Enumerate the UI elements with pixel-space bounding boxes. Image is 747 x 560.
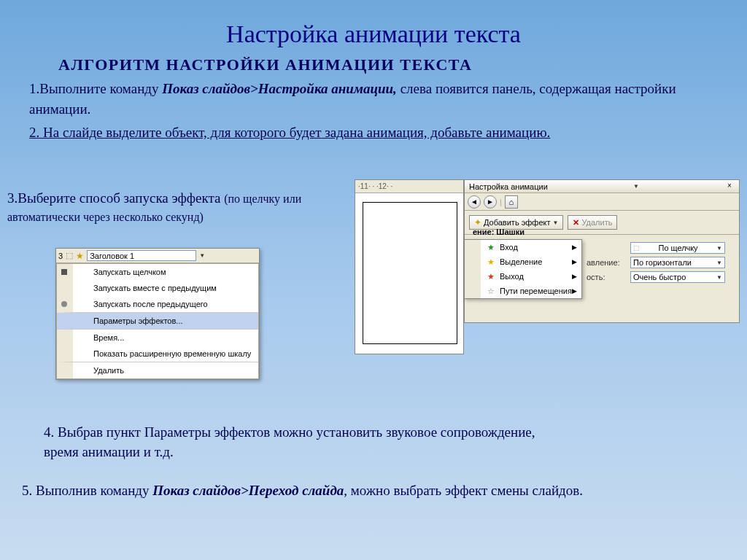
effect-exit[interactable]: ★ Выход ▶: [465, 269, 581, 284]
effect-entrance[interactable]: ★ Вход ▶: [465, 240, 581, 254]
menu-label: Запускать вместе с предыдущим: [93, 284, 217, 292]
nav-back-button[interactable]: ◄: [468, 195, 481, 209]
menu-timing[interactable]: Время...: [57, 330, 258, 346]
chevron-down-icon[interactable]: ▼: [199, 252, 205, 259]
menu-start-with-previous[interactable]: Запускать вместе с предыдущим: [57, 280, 258, 296]
menu-label: Запускать после предыдущего: [93, 300, 208, 308]
field-label: авление:: [587, 258, 630, 267]
star-icon: ☆: [487, 287, 495, 295]
chevron-right-icon: ▶: [572, 244, 577, 251]
mouse-icon: [61, 269, 67, 275]
menu-delete[interactable]: Удалить: [57, 362, 258, 378]
menu-label: Параметры эффектов...: [93, 316, 183, 325]
effect-label: Вход: [500, 243, 518, 252]
menu-effect-options[interactable]: Параметры эффектов...: [57, 313, 258, 330]
star-icon: ★: [76, 251, 84, 261]
step3-line1: 3.Выберите способ запуска эффекта: [7, 190, 224, 206]
chevron-down-icon: ▼: [716, 245, 722, 252]
slide-title: Настройка анимации текста: [0, 0, 747, 48]
modification-label: ение: Шашки: [468, 225, 738, 238]
step5-suffix: , можно выбрать эффект смены слайдов.: [344, 483, 583, 498]
effect-type-popup: ★ Вход ▶ ★ Выделение ▶ ★ Выход ▶ ☆ Пути …: [464, 239, 582, 299]
field-value: По щелчку: [658, 244, 697, 252]
modification-text: ение: Шашки: [473, 228, 525, 236]
effect-motion-paths[interactable]: ☆ Пути перемещения ▶: [465, 284, 581, 298]
slide-preview-area: ·11· · ·12· ·: [355, 179, 464, 354]
field-speed: ость: Очень быстро ▼: [587, 271, 735, 283]
speed-dropdown[interactable]: Очень быстро ▼: [630, 271, 725, 283]
clock-icon: [61, 301, 67, 307]
menu-show-advanced-timeline[interactable]: Показать расширенную временную шкалу: [57, 346, 258, 362]
step5: 5. Выполнив команду Показ слайдов>Перехо…: [22, 481, 642, 501]
step3: 3.Выберите способ запуска эффекта (по ще…: [7, 190, 350, 225]
pane-title-label: Настройка анимации: [469, 182, 548, 191]
menu-label: Показать расширенную временную шкалу: [93, 349, 251, 358]
step2: 2. На слайде выделите объект, для которо…: [0, 119, 747, 141]
effect-emphasis[interactable]: ★ Выделение ▶: [465, 254, 581, 269]
effect-label: Выход: [500, 272, 524, 281]
effect-label: Пути перемещения: [500, 287, 572, 295]
subtitle: АЛГОРИТМ НАСТРОЙКИ АНИМАЦИИ ТЕКСТА: [0, 48, 747, 74]
star-icon: ★: [487, 257, 495, 266]
ruler: ·11· · ·12· ·: [355, 180, 463, 193]
step5-prefix: 5. Выполнив команду: [22, 483, 152, 498]
step4: 4. Выбрав пункт Параметры эффектов можно…: [44, 423, 569, 462]
start-dropdown[interactable]: ⬚ По щелчку ▼: [630, 242, 725, 254]
field-label: ость:: [587, 273, 630, 281]
menu-label: Удалить: [93, 366, 124, 375]
field-value: Очень быстро: [633, 273, 686, 281]
mouse-icon: ⬚: [633, 244, 640, 252]
animation-pane: ·11· · ·12· · Настройка анимации ▼ × ◄ ►…: [355, 179, 741, 354]
step1-prefix: 1.Выполните команду: [29, 81, 162, 96]
slide-thumbnail: [363, 202, 457, 344]
step1: 1.Выполните команду Показ слайдов>Настро…: [0, 74, 747, 119]
effect-name-input[interactable]: [87, 250, 196, 261]
timing-header-row: 3 ⬚ ★ ▼: [56, 249, 259, 263]
close-icon[interactable]: ×: [724, 182, 735, 192]
chevron-right-icon: ▶: [572, 258, 577, 265]
nav-forward-button[interactable]: ►: [484, 195, 497, 209]
mouse-icon: ⬚: [66, 251, 73, 260]
chevron-right-icon: ▶: [572, 273, 577, 280]
direction-dropdown[interactable]: По горизонтали ▼: [630, 257, 725, 268]
step5-bold: Показ слайдов>Переход слайда: [152, 483, 344, 498]
field-direction: авление: По горизонтали ▼: [587, 257, 735, 268]
menu-start-after-previous[interactable]: Запускать после предыдущего: [57, 296, 258, 313]
field-start: ⬚ По щелчку ▼: [587, 242, 735, 254]
timing-menu-panel: 3 ⬚ ★ ▼ Запускать щелчком Запускать вмес…: [55, 248, 260, 380]
chevron-down-icon: ▼: [716, 260, 722, 266]
star-icon: ★: [487, 243, 495, 252]
star-icon: ★: [487, 272, 495, 281]
field-value: По горизонтали: [633, 258, 692, 267]
effect-properties: ⬚ По щелчку ▼ авление: По горизонтали ▼ …: [582, 239, 740, 289]
menu-label: Время...: [93, 333, 124, 342]
pane-titlebar: Настройка анимации ▼ ×: [465, 180, 739, 193]
item-number: 3: [58, 252, 63, 260]
nav-home-button[interactable]: ⌂: [505, 195, 518, 209]
step1-bold: Показ слайдов>Настройка анимации,: [162, 81, 397, 96]
chevron-down-icon: ▼: [716, 274, 722, 281]
menu-label: Запускать щелчком: [93, 268, 166, 276]
menu-start-onclick[interactable]: Запускать щелчком: [57, 264, 258, 280]
timing-menu: Запускать щелчком Запускать вместе с пре…: [56, 263, 259, 379]
chevron-right-icon: ▶: [572, 287, 577, 295]
pane-nav: ◄ ► | ⌂: [465, 193, 739, 211]
chevron-down-icon[interactable]: ▼: [633, 183, 639, 190]
effect-label: Выделение: [500, 257, 542, 266]
